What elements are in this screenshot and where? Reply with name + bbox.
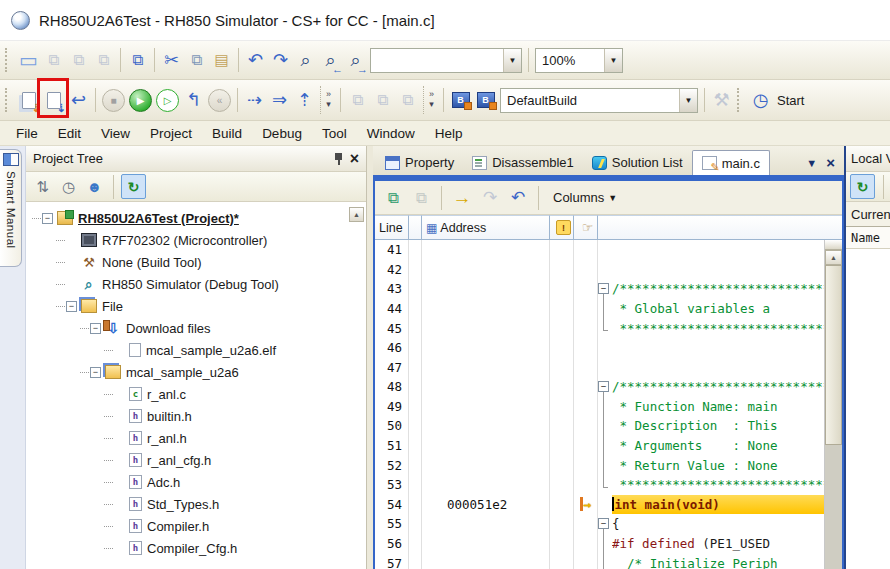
collapse-icon[interactable]: −	[598, 283, 609, 294]
menu-debug[interactable]: Debug	[252, 123, 312, 144]
code-line-46[interactable]: 46	[375, 338, 824, 358]
event-cell[interactable]	[550, 279, 574, 299]
collapse-icon[interactable]: −	[42, 213, 53, 224]
menu-help[interactable]: Help	[425, 123, 473, 144]
split-handle[interactable]	[825, 240, 842, 250]
stack-trace-icon[interactable]: ⧉	[345, 87, 370, 113]
collapse-icon[interactable]: −	[90, 367, 101, 378]
event-cell[interactable]	[550, 436, 574, 456]
event-cell[interactable]	[550, 455, 574, 475]
menu-edit[interactable]: Edit	[48, 123, 91, 144]
step-return-icon[interactable]: ⇡	[292, 87, 317, 113]
code-lines[interactable]: 414243−/******************************44…	[375, 240, 824, 569]
scroll-track[interactable]	[825, 445, 842, 569]
event-cell[interactable]	[550, 553, 574, 569]
build-tool-icon[interactable]: ⚒	[709, 87, 734, 113]
event-cell[interactable]	[550, 377, 574, 397]
compare-document-icon[interactable]: ⧉	[381, 186, 405, 210]
code-line-42[interactable]: 42	[375, 260, 824, 280]
restart-icon[interactable]: ↰	[181, 87, 206, 113]
chevron-down-icon[interactable]: ▼	[679, 89, 697, 112]
scroll-up-icon[interactable]: ▲	[825, 250, 842, 265]
undo-icon[interactable]: ↶	[243, 47, 268, 73]
menu-view[interactable]: View	[91, 123, 140, 144]
columns-button[interactable]: Columns ▼	[547, 188, 623, 207]
paste-icon[interactable]: ▤	[209, 47, 234, 73]
code-line-47[interactable]: 47	[375, 357, 824, 377]
find-next-icon[interactable]: ⌕→	[343, 47, 368, 73]
sort-icon[interactable]: ⇅	[31, 175, 54, 198]
collapse-icon[interactable]: −	[598, 381, 609, 392]
tree-item-download-files[interactable]: −⇩Download files	[26, 317, 366, 339]
editor-scrollbar[interactable]: ▲	[824, 240, 842, 569]
code-line-45[interactable]: 45 ******************************	[375, 318, 824, 338]
tree-item-none-build-tool[interactable]: ⚒None (Build Tool)	[26, 251, 366, 273]
jump-to-pc-icon[interactable]: →	[450, 186, 474, 210]
address-column-header[interactable]: ▦ Address	[422, 215, 550, 239]
find-previous-icon[interactable]: ⌕←	[318, 47, 343, 73]
float-window-icon[interactable]: ⧉	[125, 47, 150, 73]
code-line-44[interactable]: 44 * Global variables a	[375, 299, 824, 319]
tree-item-r-anl-h[interactable]: hr_anl.h	[26, 427, 366, 449]
scroll-thumb[interactable]	[825, 265, 842, 445]
event-cell[interactable]	[550, 299, 574, 319]
rewind-icon[interactable]: «	[208, 89, 231, 112]
event-cell[interactable]	[550, 357, 574, 377]
tab-property[interactable]: Property	[376, 150, 463, 175]
tree-item-r-anl-cfg-h[interactable]: hr_anl_cfg.h	[26, 449, 366, 471]
memory-view-icon[interactable]: ⧉	[370, 87, 395, 113]
next-window-icon[interactable]: ⧉	[66, 47, 91, 73]
ignore-break-go-icon[interactable]: ▷	[156, 89, 179, 112]
event-cell[interactable]	[550, 495, 574, 515]
event-column-header[interactable]: !	[550, 215, 574, 239]
tree-item-file[interactable]: −File	[26, 295, 366, 317]
build-mode-combo[interactable]: DefaultBuild▼	[500, 88, 698, 113]
code-line-57[interactable]: 57 /* Initialize Periph	[375, 553, 824, 569]
scroll-up-icon[interactable]: ▲	[349, 207, 364, 222]
collapse-icon[interactable]: −	[66, 301, 77, 312]
code-line-50[interactable]: 50 * Description : This	[375, 416, 824, 436]
tab-list-chevron-icon[interactable]: ▼	[806, 157, 817, 169]
tree-item-std-types-h[interactable]: hStd_Types.h	[26, 493, 366, 515]
menu-window[interactable]: Window	[357, 123, 425, 144]
smart-manual-tab[interactable]: Smart Manual	[0, 149, 22, 267]
find-icon[interactable]: ⌕	[293, 47, 318, 73]
go-icon[interactable]: ▶	[129, 89, 152, 112]
toolbar-overflow-chevron[interactable]: »▾	[423, 86, 439, 114]
menu-file[interactable]: File	[6, 123, 48, 144]
search-text-combo[interactable]: ▼	[370, 48, 522, 73]
rebuild-project-icon[interactable]: B	[473, 87, 498, 113]
tree-item-builtin-h[interactable]: hbuiltin.h	[26, 405, 366, 427]
tree-item-r-anl-c[interactable]: cr_anl.c	[26, 383, 366, 405]
event-cell[interactable]	[550, 416, 574, 436]
event-cell[interactable]	[550, 260, 574, 280]
event-cell[interactable]	[550, 514, 574, 534]
tree-item-mcal-sample-u2a6[interactable]: −mcal_sample_u2a6	[26, 361, 366, 383]
code-line-49[interactable]: 49 * Function Name: main	[375, 397, 824, 417]
menu-tool[interactable]: Tool	[312, 123, 357, 144]
code-line-55[interactable]: 55−{	[375, 514, 824, 534]
step-over-icon[interactable]: ⇒	[267, 87, 292, 113]
clock-icon[interactable]: ◷	[57, 175, 80, 198]
event-cell[interactable]	[550, 240, 574, 260]
blank-window-icon[interactable]: ▭	[16, 47, 41, 73]
event-cell[interactable]	[550, 318, 574, 338]
trace-view-icon[interactable]: ⧉	[395, 87, 420, 113]
tab-main-c[interactable]: main.c	[692, 150, 770, 175]
refresh-icon[interactable]: ↻	[121, 174, 146, 199]
refresh-icon[interactable]: ↻	[850, 174, 875, 199]
event-cell[interactable]	[550, 397, 574, 417]
collapse-icon[interactable]: −	[598, 518, 609, 529]
collapse-icon[interactable]: −	[90, 323, 101, 334]
stop-icon[interactable]: ■	[102, 89, 125, 112]
tree-item-rh850-simulator-debug-tool[interactable]: ⌕RH850 Simulator (Debug Tool)	[26, 273, 366, 295]
close-document-icon[interactable]: ×	[826, 154, 835, 171]
code-line-43[interactable]: 43−/******************************	[375, 279, 824, 299]
redo-icon[interactable]: ↷	[268, 47, 293, 73]
event-cell[interactable]	[550, 534, 574, 554]
code-line-41[interactable]: 41	[375, 240, 824, 260]
reset-icon[interactable]: ↩	[66, 87, 91, 113]
back-history-icon[interactable]: ↶	[506, 186, 530, 210]
code-line-54[interactable]: 54000051e2→int main(void)	[375, 495, 824, 515]
tree-item-adc-h[interactable]: hAdc.h	[26, 471, 366, 493]
